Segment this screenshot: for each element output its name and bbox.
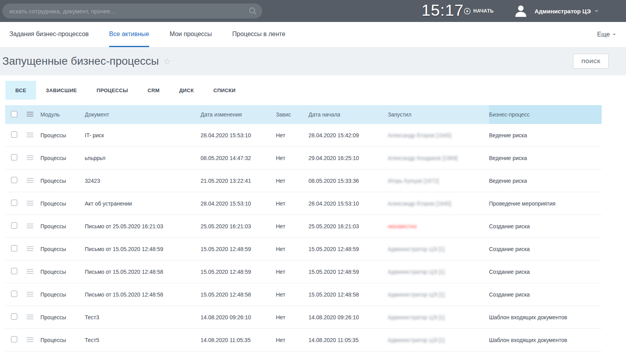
filter-crm[interactable]: CRM (138, 81, 170, 100)
row-menu-icon[interactable] (27, 292, 33, 297)
filter-all[interactable]: ВСЕ (5, 81, 36, 100)
search-input[interactable] (2, 4, 262, 18)
row-checkbox[interactable] (11, 131, 17, 138)
search-button[interactable]: ПОИСК (573, 54, 609, 69)
cell-modified: 28.04.2020 15:53:10 (201, 132, 276, 138)
cell-started-by: Администратор ЦЭ [1] (388, 314, 489, 320)
row-menu-icon[interactable] (27, 155, 33, 160)
cell-stuck: Нет (276, 314, 308, 320)
worktime-clock[interactable]: 15:17 (422, 1, 464, 20)
row-menu-icon[interactable] (27, 315, 33, 319)
cell-document[interactable]: IT- риск (85, 132, 201, 138)
header-started[interactable]: Дата начала (308, 111, 388, 118)
row-menu-icon[interactable] (27, 337, 33, 342)
header-modified[interactable]: Дата изменения (201, 111, 276, 118)
cell-started: 15.05.2020 12:48:59 (308, 269, 388, 275)
row-checkbox[interactable] (11, 336, 17, 342)
user-name: Администратор ЦЭ (535, 8, 591, 15)
table-row: Процессы IT- риск 28.04.2020 15:53:10 Не… (5, 124, 602, 147)
cell-process: Ведение риска (489, 155, 602, 161)
row-menu-icon[interactable] (27, 133, 33, 137)
tab-processes-feed[interactable]: Процессы в ленте (232, 22, 285, 47)
cell-stuck: Нет (276, 178, 308, 184)
filter-disk[interactable]: ДИСК (170, 81, 204, 100)
cell-process: Создание риска (489, 223, 602, 229)
row-checkbox[interactable] (11, 154, 17, 160)
cell-document[interactable]: Письмо от 15.05.2020 12:48:58 (85, 269, 201, 275)
header-document[interactable]: Документ (85, 111, 201, 118)
cell-started-by: Администратор ЦЭ [1] (388, 246, 489, 252)
filter-lists[interactable]: СПИСКИ (204, 81, 246, 100)
cell-document[interactable]: Тест3 (85, 314, 201, 320)
header-module[interactable]: Модуль (40, 111, 85, 118)
table-row: Процессы Акт об устранении 28.04.2020 15… (5, 192, 602, 215)
cell-document[interactable]: Письмо от 15.05.2020 12:48:58 (85, 291, 201, 298)
settings-burger-icon[interactable] (27, 112, 33, 116)
row-checkbox[interactable] (11, 177, 17, 183)
cell-stuck: Нет (276, 269, 308, 275)
row-checkbox[interactable] (11, 245, 17, 251)
header-process[interactable]: Бизнес-процесс (489, 105, 602, 124)
table-body: Процессы IT- риск 28.04.2020 15:53:10 Не… (5, 124, 602, 351)
row-checkbox[interactable] (11, 200, 17, 206)
cell-process: Создание риска (489, 269, 602, 275)
row-checkbox[interactable] (11, 313, 17, 320)
filter-processes[interactable]: ПРОЦЕССЫ (87, 81, 138, 100)
search-icon (248, 7, 257, 15)
cell-modified: 15.05.2020 12:48:59 (201, 246, 276, 252)
cell-stuck: Нет (276, 337, 308, 343)
row-checkbox[interactable] (11, 291, 17, 297)
favorite-star-icon[interactable]: ☆ (163, 56, 172, 67)
cell-modified: 28.04.2020 15:53:10 (201, 200, 276, 207)
header-stuck[interactable]: Завис (276, 111, 308, 118)
row-menu-icon[interactable] (27, 201, 33, 206)
table-row: Процессы Тест5 14.08.2020 11:05:35 Нет 1… (5, 329, 602, 351)
select-all-checkbox[interactable] (11, 111, 17, 117)
cell-process: Ведение риска (489, 132, 602, 138)
cell-module: Процессы (40, 178, 85, 184)
cell-document[interactable]: Письмо от 15.05.2020 12:48:59 (85, 246, 201, 252)
sort-asc-icon (532, 113, 536, 116)
cell-document[interactable]: Акт об устранении (85, 200, 201, 207)
cell-modified: 25.05.2020 16:21:03 (201, 223, 276, 229)
tab-bp-tasks[interactable]: Задания бизнес-процессов (9, 22, 89, 47)
cell-modified: 14.08.2020 11:05:35 (201, 337, 276, 343)
tab-my-processes[interactable]: Мои процессы (170, 22, 212, 47)
play-icon (464, 8, 471, 15)
row-checkbox[interactable] (11, 222, 17, 229)
cell-module: Процессы (40, 200, 85, 207)
row-menu-icon[interactable] (27, 178, 33, 183)
start-workday-button[interactable]: НАЧАТЬ (464, 0, 494, 22)
row-menu-icon[interactable] (27, 269, 33, 274)
filter-stuck[interactable]: ЗАВИСШИЕ (36, 81, 87, 100)
header-started-by[interactable]: Запустил (388, 111, 489, 118)
cell-stuck: Нет (276, 223, 308, 229)
page-title: Запущенные бизнес-процессы (2, 55, 159, 67)
cell-process: Создание риска (489, 291, 602, 298)
tab-all-active[interactable]: Все активные (109, 22, 149, 47)
table-row: Процессы Тест3 14.08.2020 09:26:10 Нет 1… (5, 306, 602, 329)
cell-document[interactable]: Письмо от 25.05.2020 16:21:03 (85, 223, 201, 229)
cell-document[interactable]: Тест5 (85, 337, 201, 343)
user-menu[interactable]: Администратор ЦЭ (535, 0, 599, 22)
cell-started: 15.05.2020 12:48:59 (308, 246, 388, 252)
cell-modified: 21.05.2020 13:22:41 (201, 178, 276, 184)
cell-document[interactable]: ьпьррьп (85, 155, 201, 161)
cell-document[interactable]: 32423 (85, 178, 201, 184)
cell-module: Процессы (40, 246, 85, 252)
row-checkbox[interactable] (11, 268, 17, 274)
table-row: Процессы Письмо от 25.05.2020 16:21:03 2… (5, 215, 602, 238)
row-menu-icon[interactable] (27, 246, 33, 251)
row-menu-icon[interactable] (27, 224, 33, 228)
cell-module: Процессы (40, 337, 85, 343)
nav-tabs: Задания бизнес-процессов Все активные Мо… (0, 22, 626, 47)
user-avatar[interactable] (513, 4, 528, 18)
table-row: Процессы Письмо от 15.05.2020 12:48:59 1… (5, 238, 602, 260)
header-process-label: Бизнес-процесс (489, 111, 529, 118)
more-menu[interactable]: Еще (597, 22, 616, 47)
cell-module: Процессы (40, 314, 85, 320)
cell-modified: 08.05.2020 14:47:32 (201, 155, 276, 161)
cell-started: 25.05.2020 16:21:03 (308, 223, 388, 229)
cell-stuck: Нет (276, 155, 308, 161)
cell-started: 14.08.2020 09:26:10 (308, 314, 388, 320)
